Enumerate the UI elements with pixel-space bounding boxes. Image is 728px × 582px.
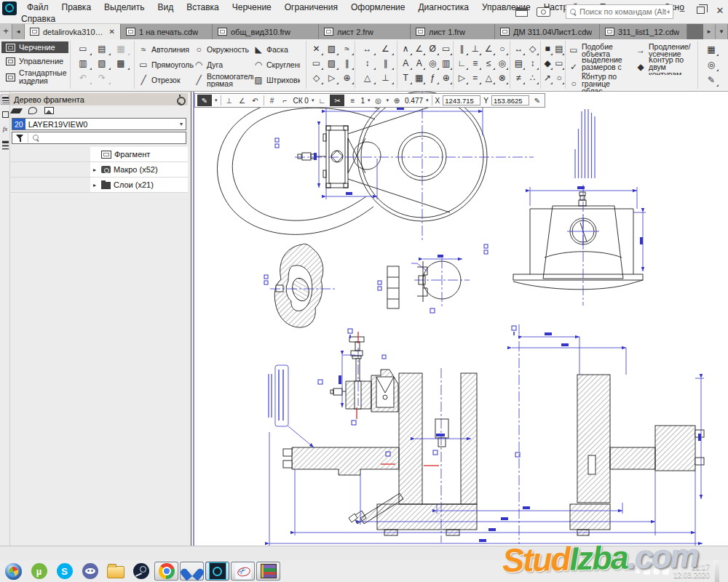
document-tab-4[interactable]: лист 1.frw (411, 24, 495, 39)
menu-item-3[interactable]: Вид (152, 1, 178, 14)
document-tab-6[interactable]: 311_list1_12.cdw (600, 24, 687, 39)
taskbar-skype[interactable]: S (52, 562, 76, 581)
raz-radial-dim-icon[interactable]: △ (358, 71, 376, 85)
ogran-perpendicular-icon[interactable]: ⊥ (469, 41, 483, 56)
pravka-scale-icon[interactable]: ≈ (339, 41, 355, 56)
taskbar-snipping[interactable]: ✂ (231, 562, 255, 581)
pravka-rotate-icon[interactable]: ◇ (309, 71, 324, 85)
image-icon[interactable] (44, 107, 54, 114)
system-print-icon[interactable]: ▥ (74, 56, 92, 71)
coordinate-system-value[interactable]: СК 0 (293, 97, 309, 105)
obozn-roughness-icon[interactable]: ∧ (399, 41, 413, 56)
ribbon-tab-upravlenie[interactable]: Управление (1, 55, 68, 67)
select-cursor-icon[interactable] (28, 107, 37, 114)
system-new-document-icon[interactable]: ▭ (74, 41, 92, 56)
ogran-fix-icon[interactable]: ≤ (482, 56, 496, 71)
di-check-icon[interactable]: ≠ (512, 71, 526, 85)
system-save-as-icon[interactable]: ▩ (111, 56, 130, 71)
obozn-datum-icon[interactable]: ∠ (413, 41, 427, 56)
menu-item-2[interactable]: Выделить (99, 1, 149, 14)
style-pencil-button[interactable]: ✎ (197, 95, 212, 106)
expand-arrow-icon[interactable]: ▸ (93, 167, 98, 173)
segment-button[interactable]: ╱Отрезок (138, 72, 194, 87)
fillet-button[interactable]: ◠Скругление (253, 57, 300, 72)
ogran-concentric-icon[interactable]: ◎ (496, 56, 510, 71)
obozn-text-align-icon[interactable]: A (413, 56, 427, 71)
document-tab-0[interactable]: detalirovka310.frw✕ (25, 24, 121, 39)
tray-expand-icon[interactable] (635, 569, 641, 573)
autoline-button[interactable]: ≈Автолиния (138, 41, 194, 57)
vst-insert-object-icon[interactable]: ◆ (542, 56, 553, 71)
pravka-offset-icon[interactable]: ⊕ (339, 71, 355, 85)
tab-scroll-left[interactable]: ◂ (12, 24, 25, 39)
extend-trim-button[interactable]: →Продление/ усечение (636, 41, 698, 58)
vst-insert-link-icon[interactable]: ↗ (542, 71, 553, 85)
ogran-symmetric-icon[interactable]: ▷ (455, 71, 469, 85)
gear-icon[interactable] (175, 95, 184, 104)
taskbar-steam[interactable] (129, 562, 153, 581)
contour-two-button[interactable]: ◆Контур по двум контурам (636, 58, 698, 75)
select-dims-button[interactable]: ✓Выделение размеров с ру... (569, 58, 636, 75)
auxiliary-line-button[interactable]: ╱Вспомогатель... прямая (194, 72, 253, 87)
di-info-icon[interactable]: ∴ (526, 71, 539, 85)
grid-icon[interactable]: # (267, 97, 277, 105)
o-coin-icon[interactable]: ◎ (703, 57, 719, 72)
vst-insert-picture-icon[interactable]: ▤ (553, 41, 565, 56)
raz-diameter-dim-icon[interactable]: ⊥ (376, 71, 395, 85)
pravka-copy-icon[interactable]: ▨ (324, 56, 339, 71)
hatch-button[interactable]: ▨Штриховка (253, 72, 300, 87)
filter-icon[interactable] (16, 134, 24, 142)
tab-close-icon[interactable]: ✕ (109, 28, 115, 36)
raz-parallel-dim-icon[interactable]: ∥ (376, 56, 395, 71)
document-tab-2[interactable]: общ_вид310.frw (213, 24, 319, 39)
menu-item-1[interactable]: Правка (57, 1, 97, 14)
obozn-marker-icon[interactable]: ▭ (440, 41, 454, 56)
snap-perpendicular-icon[interactable]: ⊥ (224, 97, 234, 105)
obozn-view-arrow-icon[interactable]: ◎ (426, 56, 440, 71)
system-redo-icon[interactable]: ↷ (92, 71, 111, 85)
layer-wedge-icon[interactable] (10, 108, 23, 113)
obozn-section-line-icon[interactable]: ▥ (440, 56, 454, 71)
di-measure-length-icon[interactable]: ↕ (526, 56, 539, 71)
tree-panel-icon[interactable] (1, 95, 9, 105)
trim-mode-button[interactable]: ✂ (330, 95, 344, 106)
chamfer-button[interactable]: ◣Фаска (253, 41, 300, 57)
document-tab-1[interactable]: 1 на печать.cdw (121, 24, 213, 39)
taskbar-winrar[interactable] (256, 562, 280, 581)
ogran-collinear-icon[interactable]: ≡ (469, 56, 483, 71)
system-open-document-icon[interactable]: ▤ (92, 41, 111, 56)
object-offset-button[interactable]: ▭Подобие объекта (569, 41, 636, 58)
obozn-leader-icon[interactable]: Ø (426, 41, 440, 56)
obozn-center-mark-icon[interactable]: ⊕ (440, 71, 454, 85)
tab-scroll-right[interactable]: ▸ (703, 24, 716, 39)
ribbon-tab-cherchenie[interactable]: Черчение (1, 41, 68, 53)
di-measure-distance-icon[interactable]: ↔ (512, 41, 526, 56)
new-tab-button[interactable]: + (0, 24, 12, 39)
rounding-icon[interactable]: ↶ (250, 97, 261, 105)
pravka-mirror-icon[interactable]: ▧ (324, 41, 339, 56)
o-pin-tool-icon[interactable]: ✎ (703, 72, 719, 87)
maximize-button[interactable] (697, 7, 705, 14)
tray-icon-1[interactable] (644, 568, 650, 575)
menu-item-6[interactable]: Ограничения (280, 1, 343, 14)
ogran-triangle-icon[interactable]: △ (482, 71, 496, 85)
vst-insert-fragment-icon[interactable]: ■ (542, 41, 553, 56)
di-measure-angle-icon[interactable]: ◇ (526, 41, 539, 56)
raz-vertical-dim-icon[interactable]: ↕ (358, 56, 376, 71)
menu-panel-icon[interactable] (1, 140, 9, 150)
circle-button[interactable]: ○Окружность (194, 41, 253, 57)
snap-angle-icon[interactable]: ∠ (237, 97, 248, 105)
taskbar-kompas[interactable] (205, 562, 229, 581)
ogran-tangent-icon[interactable]: ○ (496, 41, 510, 56)
variables-panel-icon[interactable]: fx (1, 124, 9, 134)
tree-row-fragment[interactable]: Фрагмент (10, 147, 188, 162)
system-save-icon[interactable]: ▦ (111, 41, 130, 56)
ogran-equal-icon[interactable]: = (469, 71, 483, 85)
document-tab-5[interactable]: ДМ 311.04\Лист1.cdw (495, 24, 600, 39)
minimize-button[interactable]: – (677, 7, 687, 16)
menu-spravka[interactable]: Справка (16, 13, 60, 25)
vst-insert-ole-icon[interactable]: ○ (553, 71, 565, 85)
tray-icon-3[interactable] (662, 568, 669, 575)
ogran-horizontal-icon[interactable]: ∟ (455, 56, 469, 71)
arc-button[interactable]: ◠Дуга (194, 57, 253, 72)
